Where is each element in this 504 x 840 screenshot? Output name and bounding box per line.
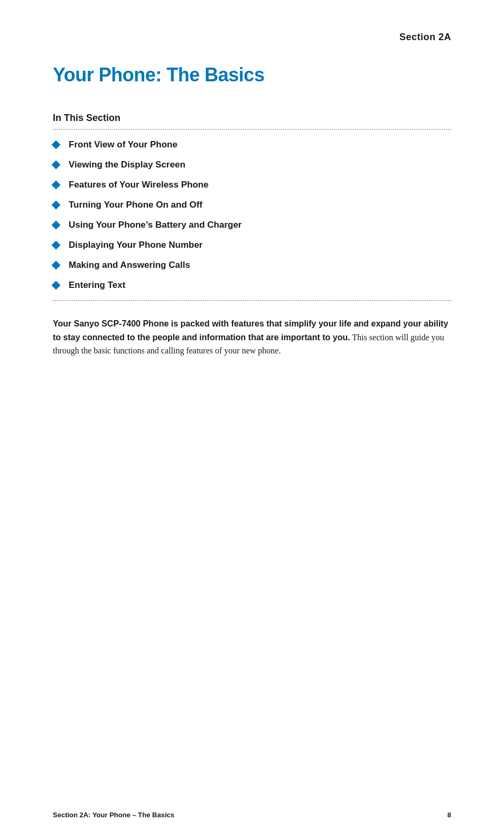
toc-item-8: Entering Text [53,280,451,291]
top-divider [53,129,451,130]
toc-item-label-1: Front View of Your Phone [69,139,178,150]
diamond-icon-4 [52,201,61,210]
bottom-divider [53,300,451,301]
toc-item-label-5: Using Your Phone’s Battery and Charger [69,220,241,230]
in-this-section-heading: In This Section [53,113,451,124]
toc-item-label-6: Displaying Your Phone Number [69,240,202,250]
toc-item-label-4: Turning Your Phone On and Off [69,200,202,210]
diamond-icon-5 [52,221,61,230]
diamond-icon-3 [52,181,61,190]
toc-item-4: Turning Your Phone On and Off [53,200,451,210]
toc-item-label-3: Features of Your Wireless Phone [69,180,209,190]
diamond-icon-2 [52,161,61,170]
toc-item-1: Front View of Your Phone [53,139,451,150]
toc-item-5: Using Your Phone’s Battery and Charger [53,220,451,230]
page-container: Section 2A Your Phone: The Basics In Thi… [0,0,504,840]
toc-item-label-2: Viewing the Display Screen [69,160,185,170]
toc-item-7: Making and Answering Calls [53,260,451,270]
toc-item-2: Viewing the Display Screen [53,160,451,170]
diamond-icon-7 [52,261,61,270]
diamond-icon-6 [52,241,61,250]
toc-item-label-8: Entering Text [69,280,125,291]
toc-item-6: Displaying Your Phone Number [53,240,451,250]
toc-list: Front View of Your Phone Viewing the Dis… [53,139,451,291]
diamond-icon-8 [52,281,61,290]
page-footer: Section 2A: Your Phone – The Basics 8 [53,811,451,819]
footer-left-text: Section 2A: Your Phone – The Basics [53,811,174,819]
toc-item-3: Features of Your Wireless Phone [53,180,451,190]
toc-item-label-7: Making and Answering Calls [69,260,190,270]
section-label: Section 2A [53,32,451,43]
page-title: Your Phone: The Basics [53,64,451,86]
diamond-icon-1 [52,141,61,150]
footer-page-number: 8 [447,811,451,819]
intro-paragraph: Your Sanyo SCP-7400 Phone is packed with… [53,317,451,358]
